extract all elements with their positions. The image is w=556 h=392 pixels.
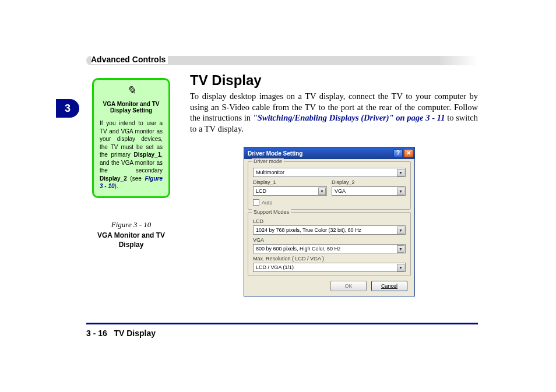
- close-button[interactable]: ✕: [404, 149, 413, 157]
- figure-label: Figure 3 - 10: [111, 220, 151, 229]
- auto-checkbox-row[interactable]: Auto: [253, 199, 406, 206]
- note-title: VGA Monitor and TV Display Setting: [100, 101, 163, 114]
- driver-mode-setting-dialog: Driver Mode Setting ? ✕ Driver mode Mult…: [244, 147, 415, 296]
- chevron-down-icon: ▼: [397, 264, 404, 271]
- lcd-label: LCD: [253, 218, 406, 224]
- figure-caption: Figure 3 - 10 VGA Monitor and TV Display: [92, 220, 170, 249]
- vga-mode-combo[interactable]: 800 by 600 pixels, High Color, 60 Hz ▼: [253, 244, 406, 253]
- chevron-down-icon: ▼: [397, 169, 404, 176]
- cross-reference-link[interactable]: "Switching/Enabling Displays (Driver)" o…: [253, 113, 445, 122]
- dialog-button-row: OK Cancel: [248, 278, 411, 292]
- page-title: TV Display: [190, 72, 262, 89]
- footer-rule: [86, 323, 478, 324]
- footer-page-number: 3 - 16: [86, 329, 107, 338]
- combo-value: VGA: [335, 188, 346, 194]
- driver-mode-group: Driver mode Multimonitor ▼ Display_1 LCD…: [248, 161, 411, 210]
- cancel-button[interactable]: Cancel: [371, 281, 407, 291]
- pencil-icon: ✎: [100, 84, 163, 96]
- help-button[interactable]: ?: [393, 149, 403, 157]
- combo-value: 800 by 600 pixels, High Color, 60 Hz: [256, 246, 341, 252]
- group-legend: Support Modes: [252, 209, 291, 215]
- main-paragraph: To display desktop images on a TV displa…: [190, 91, 478, 134]
- dialog-body: Driver mode Multimonitor ▼ Display_1 LCD…: [244, 159, 414, 296]
- section-heading: Advanced Controls: [91, 55, 168, 64]
- figure-caption-text: VGA Monitor and TV Display: [92, 231, 170, 249]
- note-text: (see: [127, 175, 145, 182]
- cancel-label: Cancel: [381, 283, 397, 289]
- ok-button[interactable]: OK: [330, 281, 367, 291]
- maxres-combo[interactable]: LCD / VGA (1/1) ▼: [253, 263, 406, 272]
- auto-checkbox[interactable]: [253, 199, 259, 206]
- group-legend: Driver mode: [252, 158, 284, 164]
- chevron-down-icon: ▼: [318, 188, 326, 195]
- driver-mode-combo[interactable]: Multimonitor ▼: [253, 168, 406, 177]
- note-bold-2: Display_2: [100, 175, 127, 182]
- combo-value: 1024 by 768 pixels, True Color (32 bit),…: [256, 227, 361, 233]
- dialog-titlebar: Driver Mode Setting ? ✕: [244, 147, 414, 159]
- note-body: If you intend to use a TV and VGA monito…: [100, 119, 163, 190]
- vga-label: VGA: [253, 237, 406, 243]
- combo-value: LCD: [256, 188, 266, 194]
- note-bold-1: Display_1: [134, 151, 161, 158]
- chevron-down-icon: ▼: [397, 188, 404, 195]
- page-footer: 3 - 16 TV Display: [86, 329, 156, 338]
- document-page: Advanced Controls 3 ✎ VGA Monitor and TV…: [0, 0, 556, 392]
- combo-value: LCD / VGA (1/1): [256, 264, 294, 270]
- support-modes-group: Support Modes LCD 1024 by 768 pixels, Tr…: [248, 212, 411, 276]
- note-text: ).: [115, 183, 118, 189]
- combo-value: Multimonitor: [256, 169, 284, 175]
- chapter-tab: 3: [56, 99, 79, 118]
- maxres-label: Max. Resolution ( LCD / VGA ): [253, 256, 406, 262]
- display1-combo[interactable]: LCD ▼: [253, 186, 327, 196]
- chevron-down-icon: ▼: [397, 227, 404, 234]
- display2-label: Display_2: [332, 179, 406, 185]
- chevron-down-icon: ▼: [397, 245, 404, 253]
- dialog-title: Driver Mode Setting: [248, 150, 302, 157]
- auto-label: Auto: [262, 200, 273, 206]
- lcd-mode-combo[interactable]: 1024 by 768 pixels, True Color (32 bit),…: [253, 225, 406, 235]
- footer-title: TV Display: [114, 329, 156, 338]
- display1-label: Display_1: [253, 179, 327, 185]
- sidebar-note: ✎ VGA Monitor and TV Display Setting If …: [92, 78, 170, 198]
- display2-combo[interactable]: VGA ▼: [332, 186, 406, 196]
